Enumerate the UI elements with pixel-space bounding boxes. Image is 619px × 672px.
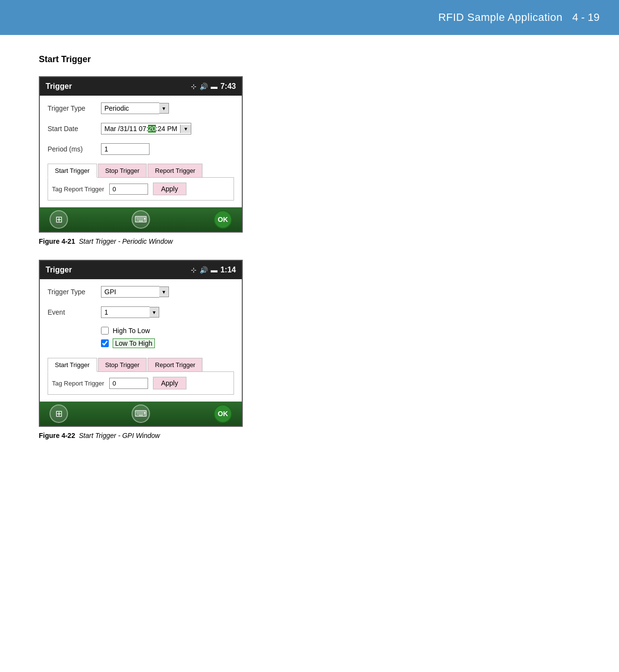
- figure2-time: 1:14: [220, 266, 236, 274]
- figure2-icons: ⊹ 🔊 ▬ 1:14: [191, 266, 236, 274]
- tag-report-input-1[interactable]: [109, 184, 148, 195]
- figure1-title: Trigger: [46, 82, 72, 91]
- figure1-tab-bar: Start Trigger Stop Trigger Report Trigge…: [48, 164, 234, 178]
- trigger-type-input-group: ▼: [101, 102, 169, 114]
- tag-report-input-2[interactable]: [109, 378, 148, 389]
- speaker-icon-2: 🔊: [200, 266, 208, 274]
- apply-button-1[interactable]: Apply: [153, 183, 186, 195]
- figure2-tab-bar: Start Trigger Stop Trigger Report Trigge…: [48, 358, 234, 372]
- header-bar: RFID Sample Application 4 - 19: [0, 0, 619, 35]
- trigger-type-input-group-2: ▼: [101, 286, 169, 298]
- period-label: Period (ms): [48, 145, 101, 153]
- keyboard-icon-1[interactable]: ⌨: [132, 210, 150, 229]
- period-row: Period (ms): [48, 143, 234, 155]
- figure1-icons: ⊹ 🔊 ▬ 7:43: [191, 82, 236, 91]
- tab-stop-trigger-1[interactable]: Stop Trigger: [98, 164, 147, 177]
- apply-button-2[interactable]: Apply: [153, 377, 186, 389]
- event-input[interactable]: [101, 306, 150, 318]
- figure2-tabs-container: Start Trigger Stop Trigger Report Trigge…: [48, 358, 234, 395]
- figure1-tab-content: Tag Report Trigger Apply: [48, 178, 234, 201]
- battery-icon-2: ▬: [211, 266, 217, 274]
- high-to-low-checkbox[interactable]: [101, 327, 109, 335]
- event-dropdown-arrow[interactable]: ▼: [150, 307, 159, 318]
- low-to-high-row: Low To High: [101, 338, 234, 348]
- figure1-bottom-bar: ⊞ ⌨ OK: [40, 207, 242, 232]
- figure2-title: Trigger: [46, 266, 72, 274]
- header-page: 4 - 19: [572, 11, 600, 24]
- start-date-prefix: Mar /31/11 07:: [104, 125, 148, 133]
- start-date-row: Start Date Mar /31/11 07:20:24 PM ▼: [48, 123, 234, 134]
- ok-button-2[interactable]: OK: [214, 404, 232, 423]
- battery-icon: ▬: [211, 83, 217, 90]
- tab-stop-trigger-2[interactable]: Stop Trigger: [98, 358, 147, 371]
- start-date-highlight: 20: [148, 125, 156, 133]
- tab-report-trigger-2[interactable]: Report Trigger: [148, 358, 202, 371]
- trigger-type-label: Trigger Type: [48, 104, 101, 112]
- low-to-high-checkbox[interactable]: [101, 339, 109, 347]
- ok-button-1[interactable]: OK: [214, 210, 232, 229]
- figure2-caption-number: Figure 4-22: [39, 432, 75, 439]
- speaker-icon: 🔊: [200, 83, 208, 90]
- figure1-tabs-container: Start Trigger Stop Trigger Report Trigge…: [48, 164, 234, 201]
- date-dropdown-arrow[interactable]: ▼: [180, 125, 191, 133]
- wifi-icon-2: ⊹: [191, 266, 197, 274]
- tag-report-row-1: Tag Report Trigger Apply: [52, 183, 230, 195]
- event-label: Event: [48, 308, 101, 316]
- event-input-group: ▼: [101, 306, 159, 318]
- figure2-caption-text: Start Trigger - GPI Window: [79, 432, 160, 439]
- wifi-icon: ⊹: [191, 83, 197, 90]
- figure2-tab-content: Tag Report Trigger Apply: [48, 372, 234, 395]
- header-title: RFID Sample Application: [438, 11, 563, 24]
- start-date-suffix: :24 PM: [156, 125, 177, 133]
- start-date-label: Start Date: [48, 125, 101, 133]
- checkboxes-container: High To Low Low To High: [101, 327, 234, 348]
- figure2-window: Trigger ⊹ 🔊 ▬ 1:14 Trigger Type ▼ Event: [39, 260, 243, 427]
- high-to-low-row: High To Low: [101, 327, 234, 335]
- figure1-time: 7:43: [220, 82, 236, 91]
- figure2-body: Trigger Type ▼ Event ▼ High To Low: [40, 279, 242, 402]
- figure1-body: Trigger Type ▼ Start Date Mar /31/11 07:…: [40, 96, 242, 207]
- trigger-type-label-2: Trigger Type: [48, 288, 101, 296]
- main-content: Start Trigger Trigger ⊹ 🔊 ▬ 7:43 Trigger…: [0, 35, 619, 473]
- keyboard-icon-2[interactable]: ⌨: [132, 404, 150, 423]
- figure2-caption: Figure 4-22 Start Trigger - GPI Window: [39, 432, 580, 439]
- figure2-bottom-bar: ⊞ ⌨ OK: [40, 402, 242, 426]
- low-to-high-label: Low To High: [113, 338, 155, 348]
- figure1-caption: Figure 4-21 Start Trigger - Periodic Win…: [39, 237, 580, 245]
- trigger-type-dropdown-arrow-2[interactable]: ▼: [159, 286, 169, 297]
- figure1-titlebar: Trigger ⊹ 🔊 ▬ 7:43: [40, 77, 242, 96]
- start-date-value[interactable]: Mar /31/11 07:20:24 PM: [101, 123, 180, 134]
- section-title: Start Trigger: [39, 54, 580, 65]
- trigger-type-input[interactable]: [101, 102, 159, 114]
- start-date-input-container: Mar /31/11 07:20:24 PM ▼: [101, 123, 191, 134]
- trigger-type-dropdown-arrow[interactable]: ▼: [159, 103, 169, 114]
- trigger-type-input-2[interactable]: [101, 286, 159, 298]
- windows-icon-1[interactable]: ⊞: [50, 210, 68, 229]
- tab-start-trigger-1[interactable]: Start Trigger: [48, 164, 97, 178]
- tag-report-label-2: Tag Report Trigger: [52, 380, 104, 387]
- tab-report-trigger-1[interactable]: Report Trigger: [148, 164, 202, 177]
- figure1-caption-text: Start Trigger - Periodic Window: [79, 237, 172, 245]
- trigger-type-row-2: Trigger Type ▼: [48, 286, 234, 298]
- high-to-low-label: High To Low: [113, 327, 150, 335]
- tag-report-label-1: Tag Report Trigger: [52, 185, 104, 193]
- period-input[interactable]: [101, 143, 150, 155]
- figure2-titlebar: Trigger ⊹ 🔊 ▬ 1:14: [40, 261, 242, 279]
- trigger-type-row: Trigger Type ▼: [48, 102, 234, 114]
- event-row: Event ▼: [48, 306, 234, 318]
- figure1-window: Trigger ⊹ 🔊 ▬ 7:43 Trigger Type ▼ Start …: [39, 76, 243, 233]
- tab-start-trigger-2[interactable]: Start Trigger: [48, 358, 97, 372]
- windows-icon-2[interactable]: ⊞: [50, 404, 68, 423]
- figure1-caption-number: Figure 4-21: [39, 237, 75, 245]
- tag-report-row-2: Tag Report Trigger Apply: [52, 377, 230, 389]
